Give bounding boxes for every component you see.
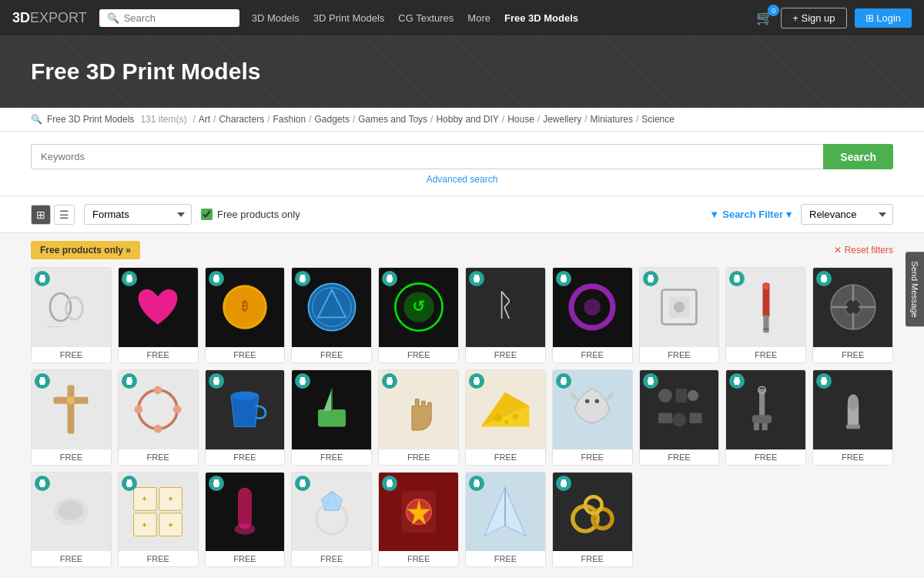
header-right: 🛒 0 + Sign up ⊞ Login: [756, 8, 912, 28]
svg-text:↺: ↺: [412, 299, 425, 316]
product-card[interactable]: FREE: [465, 472, 546, 568]
print-badge: [556, 476, 571, 491]
product-card[interactable]: FREE: [291, 369, 372, 466]
product-card[interactable]: ___ ___ FREE: [31, 267, 112, 363]
breadcrumb-home[interactable]: Free 3D Print Models: [47, 114, 134, 125]
product-card[interactable]: FREE: [205, 472, 286, 568]
formats-select[interactable]: Formats STL OBJ FBX: [84, 204, 192, 225]
print-badge: [122, 476, 137, 491]
svg-point-43: [513, 414, 518, 419]
svg-text:ᚱ: ᚱ: [496, 288, 514, 322]
product-card[interactable]: FREE: [118, 369, 199, 466]
product-card[interactable]: FREE: [725, 369, 806, 466]
svg-rect-50: [658, 413, 672, 423]
breadcrumb-cat-art[interactable]: Art: [199, 114, 210, 125]
product-price-label: FREE: [466, 347, 545, 363]
svg-point-59: [847, 394, 858, 411]
svg-point-21: [762, 283, 769, 290]
breadcrumb-cat-games[interactable]: Games and Toys: [358, 114, 427, 125]
print-badge: [382, 373, 397, 389]
print-badge: [816, 373, 832, 389]
list-view-button[interactable]: ☰: [54, 205, 75, 225]
relevance-select[interactable]: Relevance Newest Oldest Most Popular: [801, 204, 893, 225]
product-card[interactable]: ✦✦✦✦ FREE: [118, 472, 199, 568]
print-badge: [209, 476, 224, 491]
product-price-label: FREE: [379, 551, 458, 566]
product-card[interactable]: FREE: [31, 472, 112, 568]
product-price-label: FREE: [32, 347, 111, 363]
chevron-down-icon: ▾: [786, 209, 792, 220]
search-icon: 🔍: [107, 12, 119, 24]
svg-rect-48: [675, 389, 686, 403]
breadcrumb-cat-gadgets[interactable]: Gadgets: [315, 114, 350, 125]
product-card[interactable]: FREE: [552, 369, 633, 466]
cart-icon[interactable]: 🛒 0: [756, 9, 773, 26]
print-badge: [382, 476, 397, 491]
product-price-label: FREE: [206, 449, 285, 465]
svg-text:___ ___: ___ ___: [46, 323, 62, 328]
nav-3d-print-models[interactable]: 3D Print Models: [313, 12, 384, 24]
free-only-checkbox[interactable]: [201, 209, 213, 220]
breadcrumb-cat-fashion[interactable]: Fashion: [273, 114, 306, 125]
nav-cg-textures[interactable]: CG Textures: [398, 12, 454, 24]
product-price-label: FREE: [379, 449, 458, 465]
nav-free-3d-models[interactable]: Free 3D Models: [504, 12, 578, 24]
product-card[interactable]: FREE: [31, 369, 112, 466]
advanced-search-link[interactable]: Advanced search: [31, 169, 893, 188]
product-card[interactable]: FREE: [378, 472, 459, 568]
search-button[interactable]: Search: [823, 144, 893, 169]
product-price-label: FREE: [379, 347, 458, 363]
send-message-button[interactable]: Send Message: [906, 252, 924, 326]
product-card[interactable]: FREE: [205, 369, 286, 466]
breadcrumb-cat-miniatures[interactable]: Miniatures: [591, 114, 633, 125]
product-card[interactable]: FREE: [639, 267, 720, 363]
signup-button[interactable]: + Sign up: [781, 8, 846, 28]
product-price-label: FREE: [292, 449, 371, 465]
product-card[interactable]: FREE: [118, 267, 199, 363]
product-price-label: FREE: [206, 347, 285, 363]
svg-rect-37: [318, 409, 346, 426]
product-card[interactable]: ↺ FREE: [378, 267, 459, 363]
product-card[interactable]: FREE: [812, 369, 893, 466]
breadcrumb-cat-characters[interactable]: Characters: [219, 114, 264, 125]
product-card[interactable]: FREE: [378, 369, 459, 466]
login-button[interactable]: ⊞ Login: [855, 8, 912, 28]
product-card[interactable]: ᚱ FREE: [465, 267, 546, 363]
product-card[interactable]: FREE: [552, 472, 633, 568]
header-search-bar[interactable]: 🔍: [99, 9, 239, 27]
product-card[interactable]: FREE: [291, 472, 372, 568]
product-card[interactable]: FREE: [291, 267, 372, 363]
svg-point-30: [67, 396, 75, 405]
nav-more[interactable]: More: [467, 12, 490, 24]
product-price-label: FREE: [726, 449, 805, 465]
product-card[interactable]: FREE: [552, 267, 633, 363]
svg-marker-74: [321, 491, 342, 510]
breadcrumb-cat-house[interactable]: House: [507, 114, 534, 125]
product-price-label: FREE: [206, 551, 285, 566]
nav-3d-models[interactable]: 3D Models: [252, 12, 300, 24]
svg-point-42: [494, 414, 503, 423]
svg-rect-56: [754, 423, 759, 430]
svg-rect-52: [689, 413, 701, 423]
breadcrumb-cat-science[interactable]: Science: [641, 114, 675, 125]
print-badge: [209, 373, 224, 389]
search-filter-button[interactable]: ▼ Search Filter ▾: [709, 209, 792, 220]
free-products-tag[interactable]: Free products only »: [31, 241, 140, 259]
keywords-input[interactable]: [31, 144, 823, 169]
header: 3DEXPORT 🔍 3D Models 3D Print Models CG …: [0, 0, 924, 35]
product-card[interactable]: FREE: [725, 267, 806, 363]
product-card[interactable]: FREE: [639, 369, 720, 466]
grid-view-button[interactable]: ⊞: [31, 205, 51, 225]
svg-point-1: [66, 298, 83, 320]
product-card[interactable]: FREE: [812, 267, 893, 363]
search-filter-label: Search Filter: [722, 209, 783, 220]
breadcrumb-cat-hobby[interactable]: Hobby and DIY: [436, 114, 498, 125]
product-card[interactable]: FREE: [465, 369, 546, 466]
product-card[interactable]: ₿ FREE: [205, 267, 286, 363]
active-filters: Free products only » ✕ Reset filters: [0, 241, 924, 267]
breadcrumb-cat-jewellery[interactable]: Jewellery: [543, 114, 581, 125]
free-only-label[interactable]: Free products only: [201, 209, 300, 220]
header-search-input[interactable]: [124, 12, 232, 24]
print-badge: [643, 373, 658, 389]
reset-filters-button[interactable]: ✕ Reset filters: [834, 245, 893, 256]
